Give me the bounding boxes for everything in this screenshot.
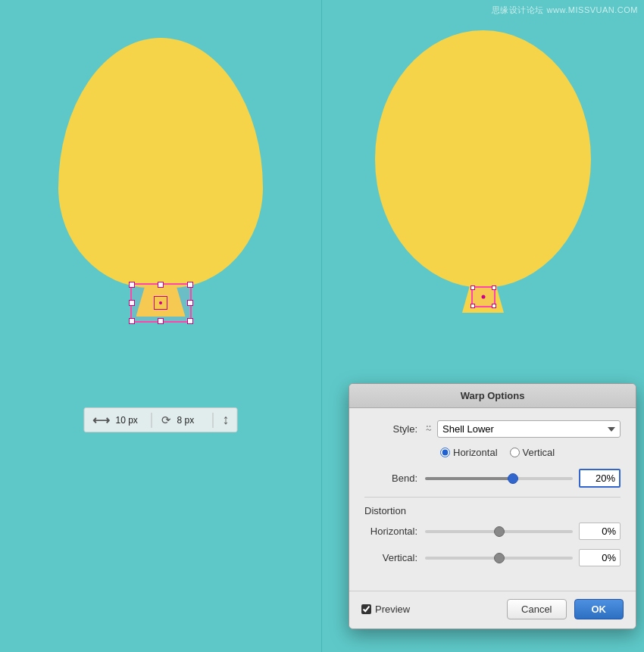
warp-dialog: Warp Options Style: ⍨ Shell Lower None A… bbox=[349, 383, 636, 629]
preview-text: Preview bbox=[375, 604, 410, 615]
r-handle-tl[interactable] bbox=[470, 285, 475, 290]
horiz-dist-label: Horizontal: bbox=[364, 526, 425, 537]
handle-tm[interactable] bbox=[158, 282, 164, 288]
left-panel: ⟷ 10 px ⟳ 8 px ↕ bbox=[0, 0, 322, 652]
horiz-dist-row: Horizontal: bbox=[364, 523, 621, 540]
toolbar-divider-2 bbox=[213, 413, 214, 428]
vert-dist-slider-container bbox=[425, 557, 573, 560]
handle-br[interactable] bbox=[187, 318, 193, 324]
right-selection-box bbox=[471, 286, 496, 307]
r-handle-bl[interactable] bbox=[470, 304, 475, 308]
r-center-dot bbox=[482, 295, 486, 299]
handle-tl[interactable] bbox=[129, 282, 135, 288]
vert-dist-row: Vertical: bbox=[364, 549, 621, 566]
main-layout: 思缘设计论坛 www.MISSVUAN.COM bbox=[0, 0, 644, 652]
rotate-icon: ⟳ bbox=[161, 413, 171, 427]
dialog-footer: Preview Cancel OK bbox=[349, 591, 636, 629]
horizontal-radio-label[interactable]: Horizontal bbox=[440, 447, 498, 458]
right-knot-area bbox=[462, 286, 504, 313]
handle-bl[interactable] bbox=[129, 318, 135, 324]
horizontal-radio-text: Horizontal bbox=[453, 447, 498, 458]
vertical-radio-text: Vertical bbox=[523, 447, 555, 458]
vert-dist-slider[interactable] bbox=[425, 557, 573, 560]
vert-dist-label: Vertical: bbox=[364, 552, 425, 563]
right-panel: Warp Options Style: ⍨ Shell Lower None A… bbox=[322, 0, 644, 652]
radio-group: Horizontal Vertical bbox=[440, 447, 555, 458]
bend-slider[interactable] bbox=[425, 477, 573, 480]
dialog-body: Style: ⍨ Shell Lower None Arc Arc Lower … bbox=[349, 408, 636, 591]
style-dropdown[interactable]: Shell Lower None Arc Arc Lower Arc Upper… bbox=[437, 420, 621, 438]
cancel-button[interactable]: Cancel bbox=[507, 599, 566, 619]
handle-tr[interactable] bbox=[187, 282, 193, 288]
ok-button[interactable]: OK bbox=[574, 599, 624, 619]
handle-ml[interactable] bbox=[129, 300, 135, 306]
bend-row: Bend: bbox=[364, 469, 621, 488]
bend-slider-container bbox=[425, 477, 573, 480]
preview-label[interactable]: Preview bbox=[361, 604, 410, 615]
style-select-container: ⍨ Shell Lower None Arc Arc Lower Arc Upp… bbox=[425, 420, 621, 438]
handle-mr[interactable] bbox=[187, 300, 193, 306]
width-icon: ⟷ bbox=[92, 413, 110, 427]
left-knot-area bbox=[136, 286, 186, 317]
preview-checkbox[interactable] bbox=[361, 604, 371, 614]
toolbar: ⟷ 10 px ⟳ 8 px ↕ bbox=[84, 407, 238, 432]
bend-label: Bend: bbox=[364, 473, 425, 484]
left-balloon-container bbox=[58, 38, 263, 317]
style-label: Style: bbox=[364, 423, 425, 435]
center-dot bbox=[159, 301, 162, 304]
handle-bm[interactable] bbox=[158, 318, 164, 324]
horiz-dist-slider-container bbox=[425, 530, 573, 533]
width-value: 10 px bbox=[116, 415, 142, 426]
bend-value-input[interactable] bbox=[579, 469, 621, 488]
dialog-buttons: Cancel OK bbox=[507, 599, 624, 619]
vertical-radio-label[interactable]: Vertical bbox=[510, 447, 555, 458]
right-balloon bbox=[375, 30, 591, 288]
r-handle-br[interactable] bbox=[492, 304, 496, 308]
horiz-dist-value-input[interactable] bbox=[579, 523, 621, 540]
dialog-title: Warp Options bbox=[461, 390, 525, 401]
r-handle-tr[interactable] bbox=[492, 285, 496, 290]
dialog-titlebar: Warp Options bbox=[349, 384, 636, 408]
vert-dist-value-input[interactable] bbox=[579, 549, 621, 566]
orientation-row: Horizontal Vertical bbox=[433, 447, 621, 458]
horiz-dist-slider[interactable] bbox=[425, 530, 573, 533]
height-icon: ↕ bbox=[223, 412, 230, 428]
distortion-section: Distortion Horizontal: Vertical: bbox=[364, 497, 621, 566]
horizontal-radio[interactable] bbox=[440, 448, 450, 457]
height-value: 8 px bbox=[177, 415, 204, 426]
distortion-label: Distortion bbox=[364, 505, 621, 516]
style-row: Style: ⍨ Shell Lower None Arc Arc Lower … bbox=[364, 420, 621, 438]
shell-lower-icon: ⍨ bbox=[425, 423, 433, 436]
watermark: 思缘设计论坛 www.MISSVUAN.COM bbox=[492, 5, 638, 16]
right-balloon-container bbox=[375, 30, 591, 313]
left-balloon bbox=[58, 38, 263, 288]
selection-box bbox=[130, 283, 192, 323]
toolbar-divider bbox=[152, 413, 152, 428]
center-handle[interactable] bbox=[154, 296, 167, 310]
vertical-radio[interactable] bbox=[510, 448, 520, 457]
